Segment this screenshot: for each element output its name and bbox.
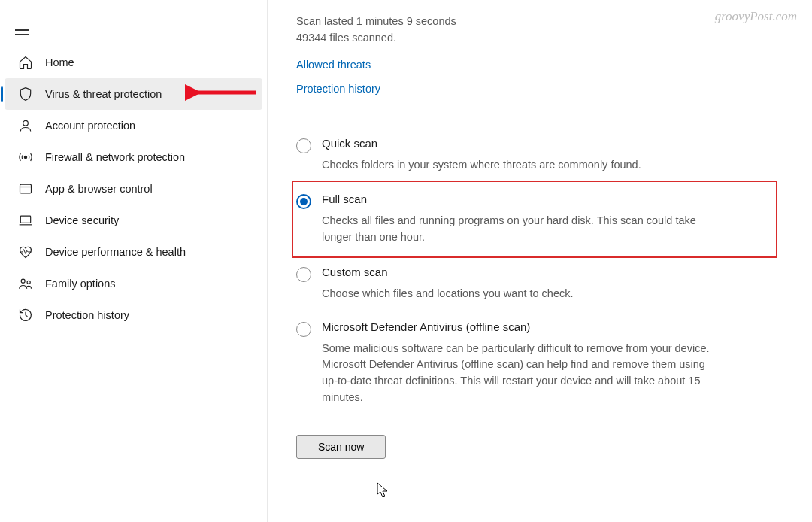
svg-rect-4 (20, 216, 30, 223)
sidebar-item-label: Firewall & network protection (45, 151, 185, 163)
scan-options-group: Quick scan Checks folders in your system… (296, 128, 783, 459)
svg-point-6 (21, 279, 25, 283)
sidebar-item-label: Protection history (45, 309, 129, 321)
scan-option-quick[interactable]: Quick scan Checks folders in your system… (296, 128, 783, 183)
hamburger-menu-button[interactable] (0, 11, 267, 47)
option-desc: Checks folders in your system where thre… (322, 157, 641, 174)
svg-rect-2 (20, 184, 32, 193)
scan-now-button[interactable]: Scan now (296, 435, 386, 459)
sidebar-item-label: App & browser control (45, 183, 153, 195)
people-icon (18, 276, 33, 291)
allowed-threats-link[interactable]: Allowed threats (296, 59, 371, 71)
sidebar-item-devicesec[interactable]: Device security (5, 205, 262, 236)
sidebar-item-virus[interactable]: Virus & threat protection (5, 78, 262, 110)
sidebar: Home Virus & threat protection Account p… (0, 0, 268, 522)
sidebar-item-account[interactable]: Account protection (5, 110, 262, 141)
scan-option-custom[interactable]: Custom scan Choose which files and locat… (296, 256, 783, 311)
svg-point-1 (24, 156, 26, 158)
svg-point-7 (27, 281, 30, 284)
option-title: Full scan (322, 193, 713, 205)
sidebar-item-devperf[interactable]: Device performance & health (5, 236, 262, 268)
sidebar-item-family[interactable]: Family options (5, 268, 262, 299)
history-icon (18, 308, 33, 323)
option-title: Custom scan (322, 266, 574, 278)
broadcast-icon (18, 150, 33, 165)
radio-full[interactable] (296, 194, 311, 209)
hamburger-icon (15, 26, 29, 35)
option-desc: Checks all files and running programs on… (322, 213, 713, 246)
sidebar-item-label: Device performance & health (45, 246, 186, 258)
app-icon (18, 181, 33, 196)
option-desc: Choose which files and locations you wan… (322, 286, 574, 302)
main-content: Scan lasted 1 minutes 9 seconds 49344 fi… (268, 0, 812, 522)
option-desc: Some malicious software can be particula… (322, 341, 713, 406)
radio-offline[interactable] (296, 322, 311, 337)
sidebar-item-label: Family options (45, 278, 115, 290)
sidebar-item-label: Account protection (45, 120, 135, 132)
sidebar-item-label: Virus & threat protection (45, 88, 162, 100)
sidebar-item-history[interactable]: Protection history (5, 299, 262, 331)
sidebar-item-label: Home (45, 56, 74, 68)
sidebar-item-home[interactable]: Home (5, 47, 262, 78)
person-icon (18, 118, 33, 133)
option-title: Quick scan (322, 137, 641, 150)
scan-option-full[interactable]: Full scan Checks all files and running p… (296, 184, 773, 255)
option-title: Microsoft Defender Antivirus (offline sc… (322, 320, 713, 333)
sidebar-item-appbrowser[interactable]: App & browser control (5, 173, 262, 205)
highlight-box: Full scan Checks all files and running p… (292, 181, 777, 258)
sidebar-item-firewall[interactable]: Firewall & network protection (5, 141, 262, 173)
laptop-icon (18, 213, 33, 228)
heart-icon (18, 244, 33, 259)
svg-point-0 (23, 120, 29, 126)
scan-option-offline[interactable]: Microsoft Defender Antivirus (offline sc… (296, 311, 783, 415)
shield-icon (18, 86, 33, 102)
protection-history-link[interactable]: Protection history (296, 83, 380, 95)
scan-duration-text: Scan lasted 1 minutes 9 seconds (296, 14, 783, 30)
sidebar-item-label: Device security (45, 214, 119, 226)
radio-quick[interactable] (296, 138, 311, 153)
scan-files-text: 49344 files scanned. (296, 30, 783, 47)
home-icon (18, 55, 33, 70)
watermark-text: groovyPost.com (715, 9, 797, 24)
radio-custom[interactable] (296, 267, 311, 282)
